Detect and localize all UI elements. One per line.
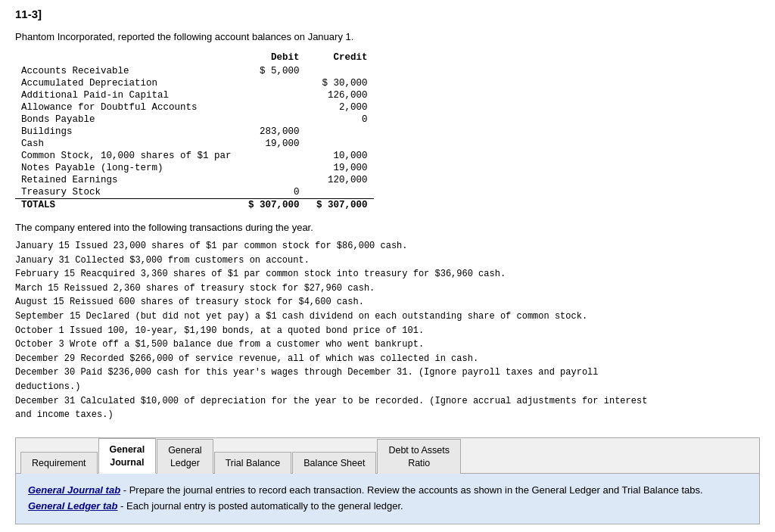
table-row: Retained Earnings 120,000 xyxy=(15,174,374,186)
table-row: Cash 19,000 xyxy=(15,138,374,150)
table-row: Additional Paid-in Capital 126,000 xyxy=(15,89,374,101)
table-row: Accounts Receivable $ 5,000 xyxy=(15,65,374,77)
account-credit xyxy=(306,186,374,199)
transaction-line: August 15 Reissued 600 shares of treasur… xyxy=(15,295,760,310)
account-name: Retained Earnings xyxy=(15,174,238,186)
transaction-line: October 3 Wrote off a $1,500 balance due… xyxy=(15,338,760,352)
transaction-line: deductions.) xyxy=(15,380,760,394)
tab-item[interactable]: General Journal xyxy=(98,438,157,474)
tab-item[interactable]: Balance Sheet xyxy=(292,452,376,474)
account-credit xyxy=(306,65,374,77)
account-credit: 0 xyxy=(306,114,374,126)
account-debit xyxy=(238,114,306,126)
account-debit xyxy=(238,89,306,101)
account-name: Bonds Payable xyxy=(15,114,238,126)
account-debit xyxy=(238,150,306,162)
account-name: Accumulated Depreciation xyxy=(15,77,238,89)
tabs-row: RequirementGeneral JournalGeneral Ledger… xyxy=(16,438,759,474)
tab-item[interactable]: Debt to Assets Ratio xyxy=(377,439,461,474)
account-debit: 19,000 xyxy=(238,138,306,150)
tab-content-line2: General Ledger tab - Each journal entry … xyxy=(28,499,747,515)
table-row: Allowance for Doubtful Accounts 2,000 xyxy=(15,101,374,114)
account-name: Common Stock, 10,000 shares of $1 par xyxy=(15,150,238,162)
table-row: Treasury Stock 0 xyxy=(15,186,374,199)
transaction-line: December 29 Recorded $266,000 of service… xyxy=(15,352,760,366)
transaction-line: and income taxes.) xyxy=(15,408,760,422)
intro-paragraph: Phantom Incorporated, reported the follo… xyxy=(15,31,760,42)
transaction-line: January 15 Issued 23,000 shares of $1 pa… xyxy=(15,239,760,254)
totals-debit: $ 307,000 xyxy=(238,199,306,212)
totals-row: TOTALS $ 307,000 $ 307,000 xyxy=(15,199,374,212)
transaction-line: February 15 Reacquired 3,360 shares of $… xyxy=(15,267,760,282)
account-name: Buildings xyxy=(15,126,238,138)
transactions-header: The company entered into the following t… xyxy=(15,222,760,233)
tab-content-line2-rest: - Each journal entry is posted automatic… xyxy=(117,500,403,512)
table-row: Notes Payable (long-term) 19,000 xyxy=(15,162,374,174)
account-debit: $ 5,000 xyxy=(238,65,306,77)
account-credit: 2,000 xyxy=(306,101,374,114)
account-debit xyxy=(238,101,306,114)
account-credit xyxy=(306,138,374,150)
account-name: Cash xyxy=(15,138,238,150)
tab-item[interactable]: Trial Balance xyxy=(214,452,292,474)
table-row: Common Stock, 10,000 shares of $1 par 10… xyxy=(15,150,374,162)
table-row: Accumulated Depreciation $ 30,000 xyxy=(15,77,374,89)
tab-content-line1: General Journal tab - Prepare the journa… xyxy=(28,483,747,499)
account-credit: 120,000 xyxy=(306,174,374,186)
account-debit: 283,000 xyxy=(238,126,306,138)
account-credit: $ 30,000 xyxy=(306,77,374,89)
general-ledger-tab-label: General Ledger tab xyxy=(28,500,117,512)
tab-item[interactable]: General Ledger xyxy=(157,439,213,474)
transaction-line: January 31 Collected $3,000 from custome… xyxy=(15,254,760,268)
transaction-line: March 15 Reissued 2,360 shares of treasu… xyxy=(15,282,760,296)
totals-credit: $ 307,000 xyxy=(306,199,374,212)
account-name: Notes Payable (long-term) xyxy=(15,162,238,174)
transaction-line: December 31 Calculated $10,000 of deprec… xyxy=(15,394,760,409)
account-name: Allowance for Doubtful Accounts xyxy=(15,101,238,114)
general-journal-tab-label: General Journal tab xyxy=(28,484,120,496)
account-balances-table: Debit Credit Accounts Receivable $ 5,000… xyxy=(15,51,374,211)
account-credit: 126,000 xyxy=(306,89,374,101)
transaction-line: September 15 Declared (but did not yet p… xyxy=(15,310,760,324)
transaction-line: December 30 Paid $236,000 cash for this … xyxy=(15,366,760,380)
account-credit: 10,000 xyxy=(306,150,374,162)
account-name: Treasury Stock xyxy=(15,186,238,199)
account-debit xyxy=(238,77,306,89)
account-debit xyxy=(238,162,306,174)
account-name: Accounts Receivable xyxy=(15,65,238,77)
transaction-line: October 1 Issued 100, 10-year, $1,190 bo… xyxy=(15,324,760,338)
account-debit: 0 xyxy=(238,186,306,199)
account-name: Additional Paid-in Capital xyxy=(15,89,238,101)
tabs-container: RequirementGeneral JournalGeneral Ledger… xyxy=(15,437,760,524)
account-debit xyxy=(238,174,306,186)
account-credit xyxy=(306,126,374,138)
tab-content-area: General Journal tab - Prepare the journa… xyxy=(16,474,759,524)
problem-title: 11-3] xyxy=(15,8,760,20)
transactions-list: January 15 Issued 23,000 shares of $1 pa… xyxy=(15,239,760,422)
table-row: Buildings 283,000 xyxy=(15,126,374,138)
totals-label: TOTALS xyxy=(15,199,238,212)
table-header-row: Debit Credit xyxy=(15,51,374,65)
table-row: Bonds Payable 0 xyxy=(15,114,374,126)
account-credit: 19,000 xyxy=(306,162,374,174)
col-credit-header: Credit xyxy=(306,51,374,65)
page-header: 11-3] xyxy=(15,8,760,20)
col-debit-header: Debit xyxy=(238,51,306,65)
tab-content-line1-rest: - Prepare the journal entries to record … xyxy=(120,484,703,496)
tab-item[interactable]: Requirement xyxy=(20,452,98,474)
col-name-header xyxy=(15,51,238,65)
